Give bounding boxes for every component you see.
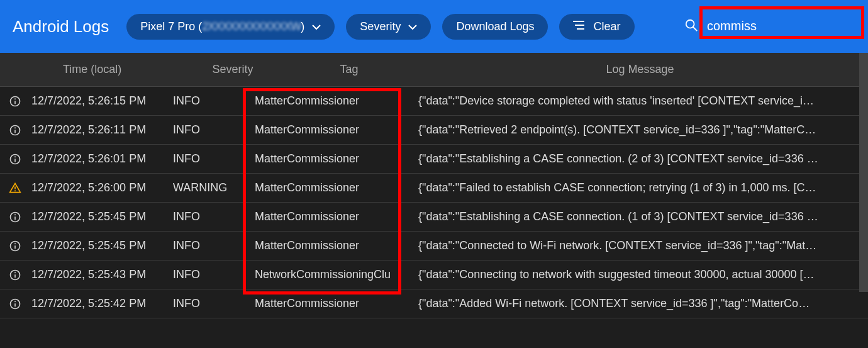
svg-point-21 xyxy=(14,243,16,244)
cell-message: {"data":"Device storage completed with s… xyxy=(418,94,862,108)
svg-point-15 xyxy=(14,190,16,191)
log-row[interactable]: 12/7/2022, 5:26:11 PMINFOMatterCommissio… xyxy=(0,116,868,145)
col-header-time: Time (local) xyxy=(31,63,173,76)
cell-time: 12/7/2022, 5:25:42 PM xyxy=(31,297,173,310)
cell-tag: NetworkCommissioningClu xyxy=(255,268,418,281)
svg-point-27 xyxy=(14,301,16,302)
svg-point-7 xyxy=(14,98,16,99)
cell-time: 12/7/2022, 5:25:45 PM xyxy=(31,239,173,252)
cell-severity: INFO xyxy=(173,94,255,108)
cell-tag: MatterCommissioner xyxy=(255,123,418,137)
severity-filter[interactable]: Severity xyxy=(346,14,431,40)
cell-time: 12/7/2022, 5:25:45 PM xyxy=(31,210,173,223)
warning-icon xyxy=(6,182,31,194)
info-icon xyxy=(6,153,31,166)
device-id-obscured: 2XXXXXXXXXXXXW xyxy=(202,20,301,33)
svg-point-13 xyxy=(14,156,16,157)
search-icon xyxy=(684,18,698,35)
page-title: Android Logs xyxy=(13,17,109,36)
download-logs-button[interactable]: Download Logs xyxy=(442,14,548,40)
log-row[interactable]: 12/7/2022, 5:25:42 PMINFOMatterCommissio… xyxy=(0,289,868,318)
info-icon xyxy=(6,298,31,310)
chevron-down-icon xyxy=(312,20,321,33)
cell-severity: WARNING xyxy=(173,181,255,194)
cell-tag: MatterCommissioner xyxy=(255,94,418,108)
svg-point-3 xyxy=(686,20,694,28)
log-row[interactable]: 12/7/2022, 5:25:45 PMINFOMatterCommissio… xyxy=(0,203,868,232)
cell-message: {"data":"Connected to Wi-Fi network. [CO… xyxy=(418,239,862,252)
log-row[interactable]: 12/7/2022, 5:26:01 PMINFOMatterCommissio… xyxy=(0,145,868,174)
device-prefix: Pixel 7 Pro ( xyxy=(140,20,202,33)
cell-time: 12/7/2022, 5:26:01 PM xyxy=(31,152,173,166)
cell-severity: INFO xyxy=(173,268,255,281)
header-bar: Android Logs Pixel 7 Pro (2XXXXXXXXXXXXW… xyxy=(0,0,868,53)
download-label: Download Logs xyxy=(456,20,534,33)
log-row[interactable]: 12/7/2022, 5:26:00 PMWARNINGMatterCommis… xyxy=(0,174,868,203)
cell-message: {"data":"Establishing a CASE connection.… xyxy=(418,152,862,166)
info-icon xyxy=(6,269,31,281)
cell-tag: MatterCommissioner xyxy=(255,239,418,252)
col-header-icon xyxy=(6,63,31,76)
chevron-down-icon xyxy=(408,20,417,33)
svg-point-18 xyxy=(14,214,16,215)
cell-message: {"data":"Connecting to network with sugg… xyxy=(418,268,862,281)
device-selector[interactable]: Pixel 7 Pro (2XXXXXXXXXXXXW) xyxy=(126,14,335,40)
log-row[interactable]: 12/7/2022, 5:25:43 PMINFONetworkCommissi… xyxy=(0,261,868,289)
cell-tag: MatterCommissioner xyxy=(255,297,418,310)
svg-line-4 xyxy=(693,27,697,31)
cell-message: {"data":"Retrieved 2 endpoint(s). [CONTE… xyxy=(418,123,862,137)
log-row[interactable]: 12/7/2022, 5:26:15 PMINFOMatterCommissio… xyxy=(0,87,868,116)
severity-label: Severity xyxy=(360,20,401,33)
log-row[interactable]: 12/7/2022, 5:25:45 PMINFOMatterCommissio… xyxy=(0,232,868,261)
device-name: Pixel 7 Pro (2XXXXXXXXXXXXW) xyxy=(140,20,304,33)
cell-time: 12/7/2022, 5:26:11 PM xyxy=(31,123,173,137)
svg-point-10 xyxy=(14,127,16,128)
cell-severity: INFO xyxy=(173,210,255,223)
col-header-tag: Tag xyxy=(255,63,418,76)
info-icon xyxy=(6,95,31,108)
cell-severity: INFO xyxy=(173,152,255,166)
info-icon xyxy=(6,240,31,252)
cell-severity: INFO xyxy=(173,123,255,137)
search-input[interactable] xyxy=(704,15,855,38)
clear-icon xyxy=(573,20,586,33)
clear-button[interactable]: Clear xyxy=(559,14,634,40)
device-suffix: ) xyxy=(301,20,304,33)
clear-label: Clear xyxy=(593,20,620,33)
scrollbar[interactable] xyxy=(859,53,868,292)
col-header-severity: Severity xyxy=(173,63,255,76)
cell-message: {"data":"Failed to establish CASE connec… xyxy=(418,181,862,194)
log-rows: 12/7/2022, 5:26:15 PMINFOMatterCommissio… xyxy=(0,87,868,318)
cell-time: 12/7/2022, 5:25:43 PM xyxy=(31,268,173,281)
cell-severity: INFO xyxy=(173,297,255,310)
table-header: Time (local) Severity Tag Log Message xyxy=(0,53,868,87)
col-header-message: Log Message xyxy=(418,63,862,76)
cell-tag: MatterCommissioner xyxy=(255,152,418,166)
cell-tag: MatterCommissioner xyxy=(255,181,418,194)
cell-tag: MatterCommissioner xyxy=(255,210,418,223)
cell-message: {"data":"Establishing a CASE connection.… xyxy=(418,210,862,223)
svg-point-24 xyxy=(14,272,16,273)
search-container xyxy=(684,15,855,38)
cell-message: {"data":"Added Wi-Fi network. [CONTEXT s… xyxy=(418,297,862,310)
cell-time: 12/7/2022, 5:26:00 PM xyxy=(31,181,173,194)
cell-time: 12/7/2022, 5:26:15 PM xyxy=(31,94,173,108)
info-icon xyxy=(6,124,31,137)
info-icon xyxy=(6,211,31,223)
cell-severity: INFO xyxy=(173,239,255,252)
